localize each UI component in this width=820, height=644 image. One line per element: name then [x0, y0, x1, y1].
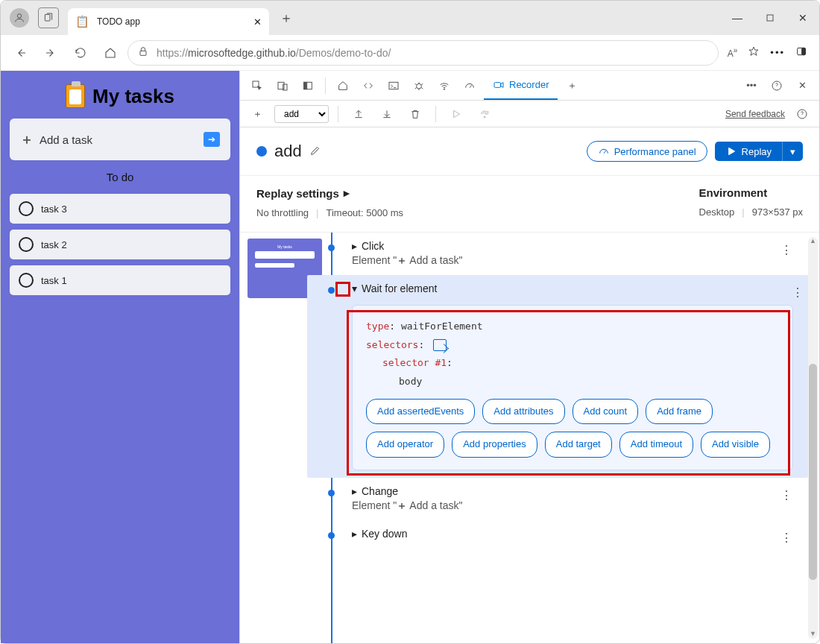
selector-value[interactable]: body: [366, 373, 779, 391]
step-button[interactable]: [473, 104, 496, 124]
step-click[interactable]: ▸ Click Element "＋ Add a task" ⋮: [329, 233, 797, 275]
caret-right-icon[interactable]: ▸: [352, 528, 357, 540]
new-tab-button[interactable]: ＋: [280, 9, 293, 27]
recorder-tab-label: Recorder: [509, 79, 549, 90]
settings-row: Replay settings ▸ No throttling | Timeou…: [240, 176, 819, 233]
task-row[interactable]: task 3: [10, 194, 230, 224]
devtools-help-button[interactable]: [766, 75, 788, 96]
add-properties-chip[interactable]: Add properties: [452, 432, 537, 458]
performance-tab[interactable]: [458, 75, 481, 96]
scroll-up-icon[interactable]: ▲: [808, 237, 818, 246]
inspect-element-button[interactable]: [246, 75, 268, 96]
caret-right-icon[interactable]: ▸: [352, 240, 357, 252]
step-change[interactable]: ▸ Change Element "＋ Add a task" ⋮: [329, 478, 797, 520]
checkbox-circle-icon[interactable]: [19, 273, 34, 288]
welcome-tab[interactable]: [332, 75, 354, 96]
network-tab[interactable]: [433, 75, 455, 96]
plus-icon: ＋: [20, 130, 34, 148]
checkbox-circle-icon[interactable]: [19, 237, 34, 252]
step-wait-for-element[interactable]: ▾Wait for element ⋮ type: waitForElement…: [307, 275, 808, 478]
code-icon: [362, 80, 374, 92]
console-tab[interactable]: [382, 75, 405, 96]
profile-avatar-icon[interactable]: [10, 8, 29, 28]
add-count-chip[interactable]: Add count: [573, 399, 639, 425]
caret-right-icon: ▸: [344, 186, 350, 200]
new-recording-button[interactable]: ＋: [246, 104, 268, 124]
pencil-icon: [309, 145, 321, 157]
svg-point-13: [444, 89, 444, 89]
help-icon: [771, 80, 783, 92]
continue-button[interactable]: [445, 104, 467, 124]
step-title: Click: [362, 240, 384, 252]
svg-point-16: [484, 116, 485, 118]
caret-right-icon[interactable]: ▸: [352, 485, 357, 497]
device-emulation-button[interactable]: [271, 75, 294, 96]
url-text: https://microsoftedge.github.io/Demos/de…: [157, 47, 709, 59]
caret-down-icon[interactable]: ▾: [352, 282, 357, 294]
replay-options-button[interactable]: ▾: [782, 142, 803, 161]
task-row[interactable]: task 2: [10, 230, 230, 259]
elements-tab[interactable]: [357, 75, 379, 96]
add-task-label: Add a task: [40, 133, 198, 146]
recording-select[interactable]: add: [274, 105, 329, 123]
step-menu-button[interactable]: ⋮: [780, 488, 792, 502]
step-menu-button[interactable]: ⋮: [780, 531, 792, 545]
devtools-close-button[interactable]: ✕: [791, 75, 813, 96]
step-title: Wait for element: [362, 282, 437, 294]
checkbox-circle-icon[interactable]: [19, 201, 34, 216]
arrow-left-icon: [14, 46, 28, 60]
add-visible-chip[interactable]: Add visible: [701, 432, 770, 458]
more-menu-button[interactable]: •••: [770, 47, 785, 58]
tab-actions-button[interactable]: [38, 7, 59, 28]
read-aloud-icon[interactable]: A»: [728, 46, 738, 59]
scrollbar-thumb[interactable]: [809, 364, 817, 580]
task-row[interactable]: task 1: [10, 265, 230, 295]
export-button[interactable]: [376, 104, 398, 124]
add-timeout-chip[interactable]: Add timeout: [619, 432, 693, 458]
recording-header: add Performance panel Replay ▾: [240, 127, 819, 176]
window-minimize-button[interactable]: —: [721, 7, 754, 29]
add-task-row[interactable]: ＋ Add a task ➔: [10, 119, 230, 160]
recorder-tab[interactable]: Recorder: [484, 71, 558, 100]
recorder-help-button[interactable]: [791, 104, 813, 124]
nav-back-button[interactable]: [8, 40, 34, 66]
delete-button[interactable]: [404, 104, 426, 124]
sidebar-toggle-icon[interactable]: [795, 45, 807, 60]
step-menu-button[interactable]: ⋮: [792, 285, 804, 300]
dock-side-button[interactable]: [297, 75, 319, 96]
send-feedback-link[interactable]: Send feedback: [725, 109, 785, 119]
edit-name-button[interactable]: [309, 145, 321, 159]
close-tab-icon[interactable]: ✕: [253, 16, 262, 28]
dock-icon: [302, 80, 314, 92]
devtools-more-button[interactable]: •••: [740, 75, 763, 96]
window-maximize-button[interactable]: [754, 7, 786, 29]
window-close-button[interactable]: ✕: [786, 7, 819, 29]
scrollbar[interactable]: ▲ ▼: [808, 237, 818, 639]
browser-tab-active[interactable]: 📋 TODO app ✕: [68, 8, 269, 35]
nav-home-button[interactable]: [98, 40, 123, 66]
add-frame-chip[interactable]: Add frame: [646, 399, 713, 425]
maximize-icon: [764, 12, 776, 24]
performance-panel-button[interactable]: Performance panel: [587, 141, 707, 162]
import-button[interactable]: [347, 104, 370, 124]
page-title: My tasks: [92, 85, 174, 108]
add-operator-chip[interactable]: Add operator: [366, 432, 444, 458]
step-menu-button[interactable]: ⋮: [780, 243, 792, 257]
nav-refresh-button[interactable]: [68, 40, 93, 66]
address-bar[interactable]: https://microsoftedge.github.io/Demos/de…: [127, 40, 719, 66]
more-tabs-button[interactable]: ＋: [561, 75, 583, 96]
step-key-down[interactable]: ▸ Key down ⋮: [329, 520, 797, 547]
wifi-icon: [438, 80, 450, 92]
selector-picker-icon[interactable]: [433, 339, 447, 351]
add-attributes-chip[interactable]: Add attributes: [482, 399, 564, 425]
task-label: task 3: [41, 203, 67, 215]
replay-settings-heading[interactable]: Replay settings ▸: [256, 186, 677, 200]
scroll-down-icon[interactable]: ▼: [808, 630, 818, 639]
favorite-icon[interactable]: [748, 45, 760, 60]
add-asserted-events-chip[interactable]: Add assertedEvents: [366, 399, 475, 425]
replay-button[interactable]: Replay: [715, 142, 782, 161]
sources-tab[interactable]: [408, 75, 430, 96]
submit-task-icon[interactable]: ➔: [204, 132, 220, 147]
annotation-highlight: [335, 282, 350, 297]
add-target-chip[interactable]: Add target: [545, 432, 612, 458]
